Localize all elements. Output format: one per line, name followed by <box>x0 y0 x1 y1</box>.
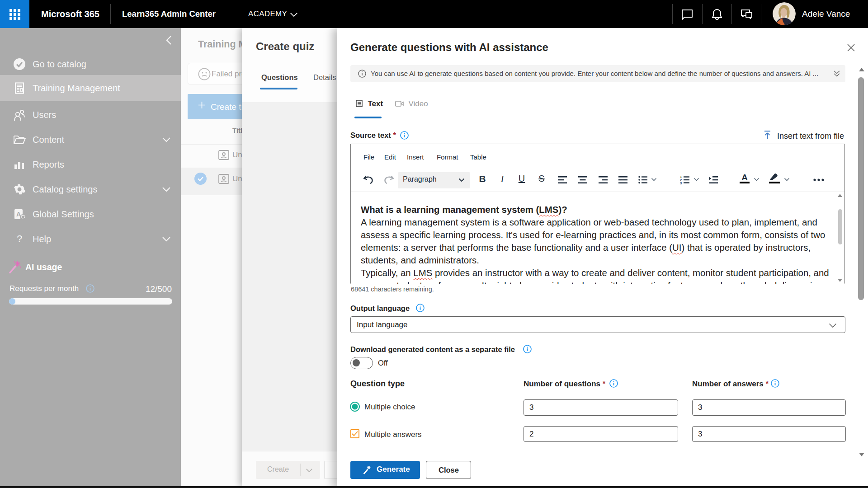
svg-text:3: 3 <box>680 181 682 185</box>
